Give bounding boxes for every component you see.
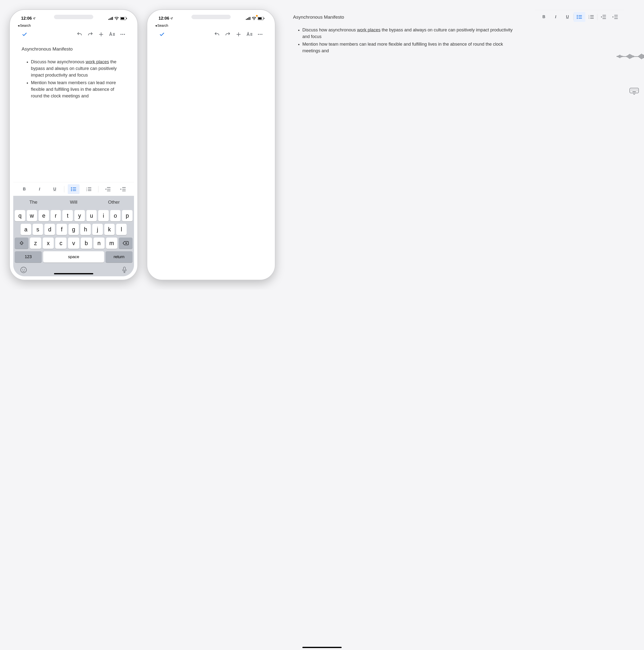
svg-rect-2 bbox=[111, 17, 112, 20]
plus-icon bbox=[98, 31, 104, 37]
key-l[interactable]: l bbox=[116, 224, 127, 235]
more-horizontal-icon bbox=[257, 31, 263, 37]
status-time: 12:06 bbox=[158, 16, 169, 21]
suggestion[interactable]: Will bbox=[53, 200, 94, 205]
more-button[interactable] bbox=[117, 31, 128, 37]
key-t[interactable]: t bbox=[62, 210, 73, 221]
insert-button[interactable] bbox=[233, 31, 244, 37]
text-format-button[interactable] bbox=[107, 31, 117, 37]
key-k[interactable]: k bbox=[104, 224, 115, 235]
svg-rect-20 bbox=[123, 267, 126, 270]
svg-point-4 bbox=[116, 20, 117, 20]
back-to-search[interactable]: ◂ Search bbox=[13, 24, 134, 29]
underline-button[interactable]: U bbox=[562, 12, 573, 22]
undo-button[interactable] bbox=[212, 31, 222, 37]
key-u[interactable]: u bbox=[86, 210, 97, 221]
svg-point-17 bbox=[21, 267, 26, 273]
check-icon bbox=[22, 31, 28, 37]
insert-button[interactable] bbox=[96, 31, 107, 37]
key-o[interactable]: o bbox=[110, 210, 121, 221]
suggestion[interactable]: The bbox=[13, 200, 53, 205]
indent-button[interactable] bbox=[609, 12, 621, 22]
key-w[interactable]: w bbox=[27, 210, 37, 221]
svg-point-18 bbox=[22, 269, 23, 270]
key-s[interactable]: s bbox=[33, 224, 43, 235]
italic-button[interactable]: I bbox=[34, 184, 45, 194]
suggestion[interactable]: Other bbox=[94, 200, 134, 205]
wifi-icon bbox=[114, 17, 119, 20]
key-j[interactable]: j bbox=[92, 224, 103, 235]
key-a[interactable]: a bbox=[21, 224, 31, 235]
svg-text:3: 3 bbox=[588, 18, 589, 19]
done-button[interactable] bbox=[156, 31, 167, 37]
key-backspace[interactable] bbox=[119, 238, 133, 249]
bold-button[interactable]: B bbox=[538, 12, 550, 22]
key-q[interactable]: q bbox=[15, 210, 25, 221]
back-label: Search bbox=[20, 24, 31, 28]
svg-point-48 bbox=[635, 91, 635, 91]
notch bbox=[48, 13, 99, 21]
key-p[interactable]: p bbox=[122, 210, 133, 221]
key-y[interactable]: y bbox=[74, 210, 85, 221]
numbered-list-button[interactable]: 123 bbox=[83, 184, 95, 194]
key-n[interactable]: n bbox=[94, 238, 105, 249]
home-indicator[interactable] bbox=[54, 273, 93, 274]
back-to-search[interactable]: ◂ Search bbox=[151, 24, 272, 29]
emoji-button[interactable] bbox=[20, 266, 27, 273]
document-body[interactable]: Asynchronous Manifesto Discuss how async… bbox=[285, 10, 525, 280]
numbered-list-button[interactable]: 123 bbox=[585, 12, 597, 22]
outdent-button[interactable] bbox=[597, 12, 609, 22]
indent-icon bbox=[120, 187, 126, 191]
key-space[interactable]: space bbox=[43, 251, 104, 262]
bold-button[interactable]: B bbox=[19, 184, 30, 194]
location-arrow-icon bbox=[170, 17, 173, 20]
key-f[interactable]: f bbox=[57, 224, 67, 235]
outdent-button[interactable] bbox=[102, 184, 114, 194]
svg-point-30 bbox=[260, 34, 261, 35]
key-r[interactable]: r bbox=[50, 210, 61, 221]
document-body[interactable]: Asynchronous Manifesto Discuss how async… bbox=[13, 42, 134, 182]
key-x[interactable]: x bbox=[43, 238, 54, 249]
svg-point-10 bbox=[124, 34, 125, 35]
svg-rect-22 bbox=[247, 18, 248, 20]
key-c[interactable]: c bbox=[55, 238, 67, 249]
svg-rect-7 bbox=[127, 18, 127, 19]
dictation-waveform bbox=[617, 54, 644, 59]
svg-point-41 bbox=[634, 89, 634, 90]
key-b[interactable]: b bbox=[81, 238, 92, 249]
svg-rect-27 bbox=[258, 17, 262, 20]
editor-top-toolbar bbox=[13, 29, 134, 42]
notch bbox=[185, 13, 237, 21]
back-chevron-icon: ◂ bbox=[155, 24, 157, 28]
text-format-button[interactable] bbox=[244, 31, 255, 37]
svg-rect-38 bbox=[630, 88, 639, 93]
microphone-active-dot bbox=[256, 15, 258, 17]
dictation-button[interactable] bbox=[122, 266, 127, 273]
underline-button[interactable]: U bbox=[49, 184, 61, 194]
keyboard-panel: The Will Other q w e r t y u i o p a s d… bbox=[13, 196, 134, 276]
done-button[interactable] bbox=[19, 31, 30, 37]
redo-button[interactable] bbox=[85, 31, 96, 37]
key-d[interactable]: d bbox=[44, 224, 55, 235]
bulleted-list-button[interactable] bbox=[68, 184, 79, 194]
bullet-item: Mention how team members can lead more f… bbox=[302, 41, 516, 54]
key-shift[interactable] bbox=[15, 238, 29, 249]
key-return[interactable]: return bbox=[106, 251, 133, 262]
indent-button[interactable] bbox=[117, 184, 129, 194]
key-e[interactable]: e bbox=[39, 210, 49, 221]
svg-point-46 bbox=[632, 91, 633, 91]
italic-button[interactable]: I bbox=[550, 12, 562, 22]
redo-button[interactable] bbox=[222, 31, 233, 37]
key-i[interactable]: i bbox=[98, 210, 109, 221]
key-z[interactable]: z bbox=[30, 238, 41, 249]
bulleted-list-button[interactable] bbox=[574, 12, 585, 22]
document-title: Asynchronous Manifesto bbox=[293, 14, 516, 21]
show-keyboard-button[interactable] bbox=[630, 88, 639, 95]
undo-button[interactable] bbox=[74, 31, 85, 37]
key-v[interactable]: v bbox=[68, 238, 79, 249]
key-numbers[interactable]: 123 bbox=[15, 251, 42, 262]
more-button[interactable] bbox=[255, 31, 265, 37]
key-m[interactable]: m bbox=[106, 238, 117, 249]
key-h[interactable]: h bbox=[80, 224, 91, 235]
key-g[interactable]: g bbox=[69, 224, 79, 235]
